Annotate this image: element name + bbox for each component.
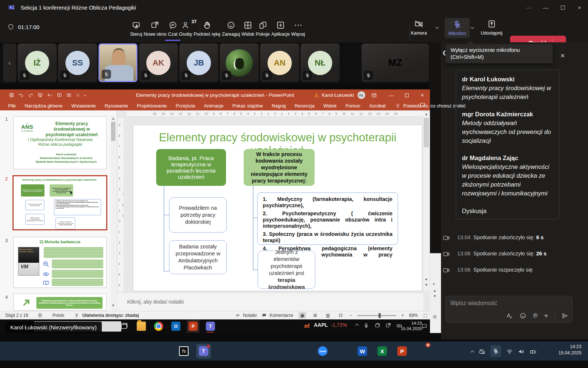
reading-view-button[interactable]: ▥: [324, 312, 332, 319]
reorder-slide-icon[interactable]: [57, 92, 62, 98]
toolbar-button[interactable]: Podnieś rękę: [193, 16, 221, 42]
taskbar-app-icon[interactable]: W: [355, 344, 370, 358]
slide-thumbnail-2-selected[interactable]: Elementy pracy środowiskowej w psychoter…: [12, 175, 107, 230]
mic-device-icon[interactable]: [363, 322, 369, 329]
slide-canvas[interactable]: Elementy pracy środowiskowej w psychoter…: [133, 125, 422, 291]
battery-icon[interactable]: [530, 348, 537, 355]
toolbar-button[interactable]: 37 Osoby: [178, 16, 193, 42]
vertical-ruler[interactable]: 9 8 7 6 5 4 3 2 1 0 1 2 3 4 5 6 7 8 9: [118, 118, 123, 292]
language-indicator[interactable]: Polski: [53, 313, 64, 318]
ppt-minimize-button[interactable]: —: [384, 89, 399, 101]
participant-tile[interactable]: MZ: [362, 43, 429, 82]
format-icon[interactable]: [506, 312, 513, 319]
ribbon-tab[interactable]: Pomoc: [341, 101, 365, 110]
account-name[interactable]: Karol Łukowski: [322, 92, 354, 98]
ribbon-tab[interactable]: Projektowanie: [132, 101, 171, 110]
ribbon-display-icon[interactable]: [371, 92, 377, 98]
toolbar-button[interactable]: Czat: [167, 16, 178, 42]
taskbar-app-icon[interactable]: [119, 322, 129, 331]
mic-muted-tray-icon[interactable]: [490, 345, 501, 357]
taskbar-app-icon[interactable]: P: [395, 344, 409, 358]
toolbar-button[interactable]: Steruj: [129, 16, 143, 42]
tray-expand-icon[interactable]: [355, 324, 359, 328]
message-input[interactable]: [449, 298, 567, 309]
ppt-close-button[interactable]: ×: [415, 89, 430, 101]
canvas-scrollbar[interactable]: ▲ ▲ ▼: [423, 111, 429, 291]
ribbon-tab[interactable]: Przejścia: [171, 101, 200, 110]
taskbar-app-icon[interactable]: T 1: [206, 322, 215, 331]
star-icon[interactable]: ☆: [76, 93, 80, 98]
zoom-out-button[interactable]: −: [349, 313, 352, 318]
taskbar-app-icon[interactable]: [335, 344, 350, 358]
microphone-button[interactable]: Mikrofon: [445, 18, 470, 38]
fit-to-window-icon[interactable]: [423, 313, 428, 318]
tray-expand-icon[interactable]: [471, 350, 474, 354]
camera-chevron-icon[interactable]: [435, 25, 439, 29]
ribbon-tab[interactable]: Wstawianie: [67, 101, 100, 110]
taskbar-app-icon[interactable]: [157, 344, 171, 358]
zoom-in-button[interactable]: +: [401, 313, 404, 318]
taskbar-app-icon[interactable]: zoom: [315, 344, 330, 358]
taskbar-app-icon[interactable]: [276, 344, 290, 358]
chat-message[interactable]: dr Karol Łukowski Elementy pracy środowi…: [456, 70, 559, 219]
toolbar-button[interactable]: Widok: [241, 16, 255, 42]
ribbon-tab[interactable]: Nagraj: [267, 101, 290, 110]
emoji-icon[interactable]: [519, 312, 527, 319]
chat-close-icon[interactable]: ×: [557, 50, 568, 61]
ribbon-tab[interactable]: Animacje: [200, 101, 228, 110]
stock-widget[interactable]: AAPL -1,72%: [304, 322, 347, 328]
giphy-icon[interactable]: ℗: [533, 312, 538, 319]
thumbnail-scrollbar[interactable]: ▲ ▼: [111, 116, 116, 311]
slide-sorter-view-button[interactable]: ⊞: [311, 312, 319, 319]
toolbar-button[interactable]: Aplikacje: [270, 16, 290, 42]
ribbon-tab[interactable]: Plik: [4, 101, 20, 110]
ribbon-tab[interactable]: Pokaz slajdów: [228, 101, 267, 110]
slide-thumbnail-1[interactable]: ⌂ANSW KONINIE Elementy pracy środowiskow…: [13, 116, 107, 169]
participant-tile[interactable]: [98, 43, 137, 82]
onedrive-paused-icon[interactable]: [478, 348, 485, 355]
wifi-icon[interactable]: [506, 348, 513, 355]
comments-icon[interactable]: [419, 102, 426, 108]
volume-icon[interactable]: [518, 348, 525, 355]
taskbar-app-icon[interactable]: [117, 344, 132, 358]
taskbar-app-icon[interactable]: [137, 322, 146, 331]
toolbar-button[interactable]: Więcej: [290, 16, 306, 42]
taskbar-app-icon[interactable]: [256, 344, 270, 358]
scroll-left-button[interactable]: ‹: [3, 43, 16, 82]
previous-slide-button[interactable]: ▲: [423, 276, 429, 282]
taskbar-app-icon[interactable]: X: [375, 344, 390, 358]
camera-button[interactable]: Kamera: [411, 19, 427, 36]
notification-icon[interactable]: [421, 323, 427, 329]
ribbon-tab[interactable]: Rysowanie: [100, 101, 133, 110]
spellcheck-icon[interactable]: [47, 92, 53, 98]
slideshow-view-button[interactable]: ⊡: [337, 312, 344, 319]
share-button[interactable]: Udostępnij: [481, 19, 502, 36]
undo-icon[interactable]: [18, 92, 24, 98]
toolbar-button[interactable]: Nowe okno: [143, 16, 168, 42]
minimize-button[interactable]: —: [537, 0, 554, 15]
participant-tile[interactable]: IŻ: [18, 43, 57, 82]
sync-icon[interactable]: [385, 322, 391, 329]
close-button[interactable]: ×: [571, 0, 588, 15]
slideshow-icon[interactable]: [66, 92, 72, 98]
participant-tile[interactable]: SS: [58, 43, 97, 82]
ribbon-tab[interactable]: Widok: [319, 101, 341, 110]
slide-thumbnail-4[interactable]: Badania przeprowadzono w dwóch placówkac…: [13, 294, 107, 311]
normal-view-button[interactable]: ▣: [298, 312, 306, 319]
horizontal-ruler[interactable]: 16 15 14 13 12 11 10 9 8 7 6 5 4 3 2 1 0…: [127, 111, 423, 117]
taskbar-app-icon[interactable]: [216, 344, 231, 358]
taskbar-app-icon[interactable]: 7z: [176, 344, 191, 358]
titlebar-more-button[interactable]: ···: [520, 0, 537, 15]
notes-pane-icon[interactable]: [38, 313, 43, 318]
redo-icon[interactable]: [28, 92, 33, 98]
ribbon-tab[interactable]: Acrobat: [365, 101, 390, 110]
account-avatar[interactable]: KŁ: [358, 91, 365, 99]
taskbar-app-icon[interactable]: [137, 344, 151, 358]
local-clock[interactable]: 14:2315.04.2025: [558, 344, 581, 356]
participant-tile[interactable]: AN: [260, 43, 299, 82]
participant-tile[interactable]: [220, 43, 259, 82]
notes-area[interactable]: Kliknij, aby dodać notatki: [117, 293, 423, 311]
ppt-restore-button[interactable]: [399, 89, 415, 101]
zoom-level[interactable]: 68%: [409, 313, 418, 318]
taskbar-app-icon[interactable]: [295, 344, 310, 358]
